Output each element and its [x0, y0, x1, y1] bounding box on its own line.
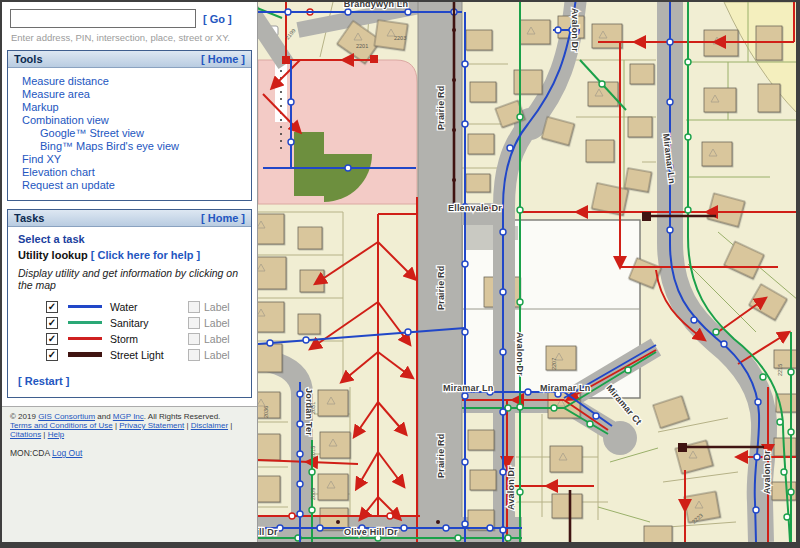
sidebar: [ Go ] Enter address, PIN, intersection,… — [2, 2, 257, 542]
separator: | — [186, 421, 188, 430]
street-label-brandywyn: Brandywyn Ln — [344, 2, 408, 9]
tasks-panel: Tasks [ Home ] Select a task Utility loo… — [7, 209, 252, 398]
street-label-olive-c: Olive Hill Dr — [344, 527, 398, 537]
tool-find-xy[interactable]: Find XY — [22, 153, 247, 166]
logout-link[interactable]: Log Out — [52, 448, 82, 458]
street-light-label: Street Light — [110, 349, 188, 361]
gis-application-window: [ Go ] Enter address, PIN, intersection,… — [0, 0, 800, 548]
restart-link[interactable]: [ Restart ] — [18, 375, 69, 387]
tool-measure-area[interactable]: Measure area — [22, 88, 247, 101]
privacy-link[interactable]: Privacy Statement — [119, 421, 184, 430]
tool-elevation-chart[interactable]: Elevation chart — [22, 166, 247, 179]
sanitary-label-checkbox[interactable] — [188, 317, 200, 329]
tool-measure-distance[interactable]: Measure distance — [22, 75, 247, 88]
tasks-title: Tasks — [14, 212, 44, 224]
tools-panel-header: Tools [ Home ] — [8, 51, 251, 68]
copyright-mid: and — [95, 412, 113, 421]
street-label-miramar-w: Miramar Ln — [443, 383, 494, 393]
utility-lookup-row: Utility lookup [ Click here for help ] — [18, 249, 243, 261]
storm-label: Storm — [110, 333, 188, 345]
street-label-prairie-3: Prairie Rd — [436, 433, 446, 478]
restart-row: [ Restart ] — [18, 371, 243, 389]
utility-lookup-label: Utility lookup — [18, 249, 88, 261]
gis-consortium-link[interactable]: GIS Consortium — [38, 412, 95, 421]
street-light-line-swatch — [68, 352, 102, 357]
street-label-avalon-se: Avalon Dr — [762, 450, 772, 494]
storm-label-text: Label — [204, 333, 230, 345]
search-hint: Enter address, PIN, intersection, place,… — [2, 29, 257, 50]
storm-line-swatch — [68, 337, 102, 340]
street-label-prairie-1: Prairie Rd — [436, 85, 446, 130]
address-search-input[interactable] — [10, 9, 196, 28]
session-row: MON:CDA Log Out — [10, 448, 249, 458]
sanitary-checkbox[interactable]: ✓ — [46, 317, 58, 329]
utility-legend: ✓ Water Label ✓ Sanitary Label ✓ — [46, 299, 243, 362]
street-label-prairie-2: Prairie Rd — [436, 265, 446, 310]
separator: | — [115, 421, 117, 430]
svg-text:2015: 2015 — [310, 446, 316, 458]
svg-text:2036: 2036 — [263, 406, 269, 418]
svg-text:2009: 2009 — [310, 488, 316, 500]
utility-description: Display utility and get information by c… — [18, 267, 243, 291]
mgp-link[interactable]: MGP Inc — [113, 412, 144, 421]
sports-field — [294, 132, 324, 196]
street-label-avalon-mid: Avalon Dr — [515, 332, 525, 376]
water-line-swatch — [68, 305, 102, 308]
tool-bing-birds-eye[interactable]: Bing™ Maps Bird's eye view — [22, 140, 247, 153]
tasks-panel-header: Tasks [ Home ] — [8, 210, 251, 227]
copyright-prefix: © 2019 — [10, 412, 38, 421]
storm-checkbox[interactable]: ✓ — [46, 333, 58, 345]
street-label-ellenvale: Ellenvale Dr — [448, 203, 502, 213]
legend-row-storm: ✓ Storm Label — [46, 331, 243, 346]
tools-home-link[interactable]: [ Home ] — [201, 53, 245, 65]
help-link[interactable]: Help — [48, 430, 64, 439]
go-button[interactable]: [ Go ] — [203, 13, 232, 25]
tools-list: Measure distance Measure area Markup Com… — [8, 68, 251, 200]
svg-text:2215: 2215 — [777, 364, 783, 376]
select-task-heading: Select a task — [18, 233, 243, 245]
tool-combination-view[interactable]: Combination view — [22, 114, 247, 127]
svg-text:2207: 2207 — [551, 358, 557, 370]
tool-google-street-view[interactable]: Google™ Street view — [22, 127, 247, 140]
copyright-line: © 2019 GIS Consortium and MGP Inc. All R… — [10, 412, 249, 421]
street-label-olive-w: Olive Hill Dr — [258, 527, 278, 537]
water-checkbox[interactable]: ✓ — [46, 301, 58, 313]
map-viewport[interactable]: Brandywyn Ln Prairie Rd Prairie Rd Prair… — [257, 2, 798, 542]
separator: | — [230, 421, 232, 430]
tools-panel: Tools [ Home ] Measure distance Measure … — [7, 50, 252, 201]
session-id: MON:CDA — [10, 448, 50, 458]
storm-label-checkbox[interactable] — [188, 333, 200, 345]
tools-title: Tools — [14, 53, 43, 65]
water-label-checkbox[interactable] — [188, 301, 200, 313]
street-label-avalon-top: Avalon Dr — [570, 8, 580, 52]
sanitary-label-text: Label — [204, 317, 230, 329]
tasks-home-link[interactable]: [ Home ] — [201, 212, 245, 224]
street-light-checkbox[interactable]: ✓ — [46, 349, 58, 361]
legend-row-street-light: ✓ Street Light Label — [46, 347, 243, 362]
sanitary-label: Sanitary — [110, 317, 188, 329]
svg-text:2203: 2203 — [394, 35, 406, 41]
svg-text:2031: 2031 — [310, 402, 316, 414]
legend-row-sanitary: ✓ Sanitary Label — [46, 315, 243, 330]
sidebar-footer: © 2019 GIS Consortium and MGP Inc. All R… — [2, 406, 257, 542]
street-light-label-checkbox[interactable] — [188, 349, 200, 361]
copyright-suffix: . All Rights Reserved. — [144, 412, 220, 421]
footer-links: Terms and Conditions of Use | Privacy St… — [10, 421, 249, 439]
legend-row-water: ✓ Water Label — [46, 299, 243, 314]
street-light-label-text: Label — [204, 349, 230, 361]
terms-link[interactable]: Terms and Conditions of Use — [10, 421, 113, 430]
sanitary-line-swatch — [68, 321, 102, 324]
tool-markup[interactable]: Markup — [22, 101, 247, 114]
water-label-text: Label — [204, 301, 230, 313]
address-search-row: [ Go ] — [2, 2, 257, 29]
disclaimer-link[interactable]: Disclaimer — [191, 421, 228, 430]
street-label-miramar-e: Miramar Ln — [540, 383, 591, 393]
citations-link[interactable]: Citations — [10, 430, 41, 439]
water-label: Water — [110, 301, 188, 313]
svg-text:2201: 2201 — [356, 43, 368, 49]
separator: | — [43, 430, 45, 439]
utility-help-link[interactable]: [ Click here for help ] — [91, 249, 200, 261]
tool-request-update[interactable]: Request an update — [22, 179, 247, 192]
street-label-avalon-low: Avalon Dr — [506, 466, 516, 510]
